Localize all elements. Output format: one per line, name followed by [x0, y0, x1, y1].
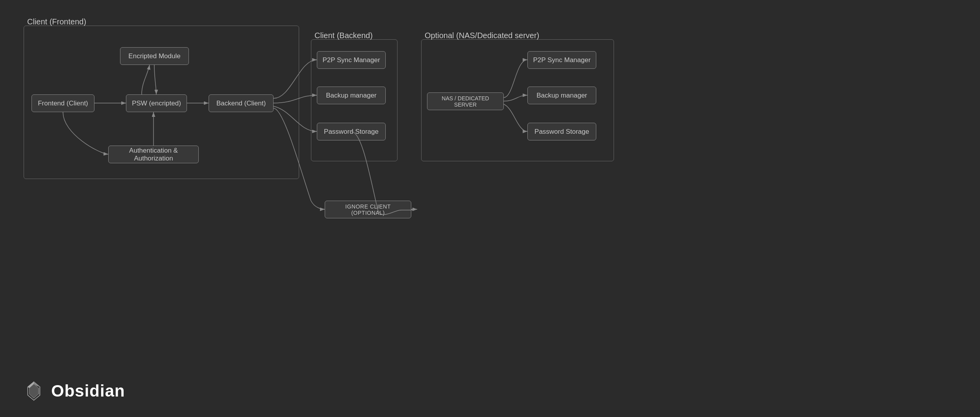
- node-psw-encrypted: PSW (encripted): [126, 94, 187, 112]
- node-frontend-client: Frontend (Client): [31, 94, 94, 112]
- node-auth-authorization: Authentication & Authorization: [108, 146, 199, 163]
- node-backup-manager-client: Backup manager: [317, 87, 386, 104]
- group-optional-label: Optional (NAS/Dedicated server): [425, 31, 539, 40]
- group-frontend-label: Client (Frontend): [27, 17, 86, 26]
- node-password-storage-optional: Password Storage: [527, 123, 596, 140]
- node-backend-client: Backend (Client): [209, 94, 274, 112]
- node-backup-manager-optional: Backup manager: [527, 87, 596, 104]
- node-password-storage-client: Password Storage: [317, 123, 386, 140]
- obsidian-icon: [24, 381, 44, 401]
- node-ignore-client: IGNORE CLIENT (OPTIONAL): [325, 201, 411, 218]
- group-backend-label: Client (Backend): [314, 31, 373, 40]
- obsidian-brand-text: Obsidian: [51, 382, 125, 400]
- node-nas-server: NAS / DEDICATED SERVER: [427, 92, 504, 110]
- node-p2p-sync-client: P2P Sync Manager: [317, 51, 386, 69]
- node-p2p-sync-optional: P2P Sync Manager: [527, 51, 596, 69]
- node-encrypted-module: Encripted Module: [120, 47, 189, 65]
- obsidian-logo: Obsidian: [24, 381, 125, 401]
- svg-marker-6: [38, 387, 40, 395]
- diagram-container: Client (Frontend) Client (Backend) Optio…: [0, 0, 980, 417]
